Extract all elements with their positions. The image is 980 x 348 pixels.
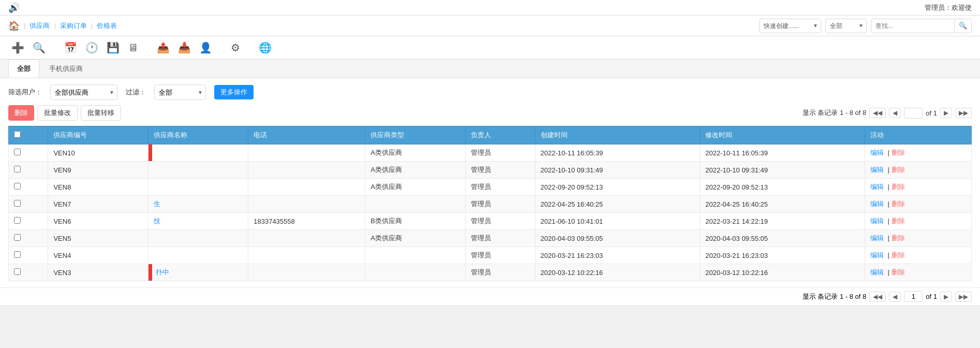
tab-all[interactable]: 全部 bbox=[8, 60, 39, 78]
type-filter-select[interactable]: 全部 bbox=[154, 84, 206, 100]
col-created: 创建时间 bbox=[535, 126, 700, 144]
search-toolbar-button[interactable]: 🔍 bbox=[29, 39, 49, 56]
user-filter-select[interactable]: 全部供应商 bbox=[50, 84, 117, 100]
delete-link-0[interactable]: 删除 bbox=[892, 149, 905, 156]
phone-cell bbox=[248, 230, 365, 247]
nav-bar: 🏠 | 供应商 | 采购订单 | 价格表 快速创建...... ▼ 全部 ▼ 🔍 bbox=[0, 16, 980, 36]
monitor-button[interactable]: 🖥 bbox=[125, 40, 141, 56]
row-checkbox-6[interactable] bbox=[14, 251, 21, 258]
edit-link-4[interactable]: 编辑 bbox=[870, 217, 884, 225]
user-button[interactable]: 👤 bbox=[196, 39, 215, 56]
delete-link-4[interactable]: 删除 bbox=[892, 217, 905, 225]
search-input[interactable] bbox=[871, 21, 954, 31]
vendor-type-cell: A类供应商 bbox=[365, 179, 465, 196]
phone-cell bbox=[248, 247, 365, 264]
last-page-button[interactable]: ▶▶ bbox=[955, 108, 972, 118]
row-checkbox-1[interactable] bbox=[14, 166, 21, 172]
actions-cell: 编辑 | 删除 bbox=[865, 247, 971, 264]
vendor-type-cell bbox=[365, 196, 465, 213]
batch-transfer-button[interactable]: 批量转移 bbox=[81, 105, 121, 121]
edit-link-6[interactable]: 编辑 bbox=[870, 251, 884, 259]
delete-link-6[interactable]: 删除 bbox=[892, 251, 905, 259]
select-all-checkbox[interactable] bbox=[14, 131, 21, 138]
edit-link-0[interactable]: 编辑 bbox=[870, 149, 884, 156]
nav-link-price[interactable]: 价格表 bbox=[97, 21, 117, 31]
vendor-name-cell: 生 bbox=[148, 196, 248, 213]
network-button[interactable]: 🌐 bbox=[256, 39, 275, 56]
calendar-button[interactable]: 📅 bbox=[61, 39, 80, 56]
row-checkbox-2[interactable] bbox=[14, 183, 21, 190]
page-number-input-bottom[interactable] bbox=[904, 291, 923, 302]
import-button[interactable]: 📥 bbox=[175, 39, 194, 56]
export-button[interactable]: 📤 bbox=[154, 39, 173, 56]
delete-link-7[interactable]: 删除 bbox=[892, 268, 905, 276]
vendor-id-cell: VEN9 bbox=[48, 162, 148, 179]
col-phone: 电话 bbox=[248, 126, 365, 144]
modified-cell: 2022-10-10 09:31:49 bbox=[700, 162, 865, 179]
vendor-name-cell bbox=[148, 162, 248, 179]
first-page-button-bottom[interactable]: ◀◀ bbox=[869, 292, 886, 302]
col-vendor-type: 供应商类型 bbox=[365, 126, 465, 144]
table-header-row: 供应商编号 供应商名称 电话 供应商类型 负责人 创建时间 修改时间 活动 bbox=[9, 126, 972, 144]
phone-cell bbox=[248, 162, 365, 179]
nav-link-supplier[interactable]: 供应商 bbox=[29, 21, 50, 31]
more-ops-button[interactable]: 更多操作 bbox=[214, 85, 254, 99]
type-filter-wrapper: 全部 ▼ bbox=[154, 84, 206, 100]
last-page-button-bottom[interactable]: ▶▶ bbox=[955, 292, 972, 302]
col-vendor-name: 供应商名称 bbox=[148, 126, 248, 144]
delete-link-1[interactable]: 删除 bbox=[892, 166, 905, 173]
modified-cell: 2022-09-20 09:52:13 bbox=[700, 179, 865, 196]
row-checkbox-3[interactable] bbox=[14, 200, 21, 207]
prev-page-button[interactable]: ◀ bbox=[889, 108, 901, 118]
edit-link-7[interactable]: 编辑 bbox=[870, 268, 884, 276]
edit-link-3[interactable]: 编辑 bbox=[870, 200, 884, 208]
row-checkbox-5[interactable] bbox=[14, 234, 21, 241]
phone-cell: 18337435558 bbox=[248, 213, 365, 230]
vendor-name-cell bbox=[148, 247, 248, 264]
add-button[interactable]: ➕ bbox=[8, 39, 27, 56]
clock-button[interactable]: 🕐 bbox=[82, 39, 101, 56]
prev-page-button-bottom[interactable]: ◀ bbox=[889, 292, 901, 302]
row-checkbox-4[interactable] bbox=[14, 217, 21, 224]
vendor-name-cell bbox=[148, 179, 248, 196]
edit-link-5[interactable]: 编辑 bbox=[870, 234, 884, 242]
delete-link-2[interactable]: 删除 bbox=[892, 183, 905, 191]
row-checkbox-0[interactable] bbox=[14, 149, 21, 155]
settings-button[interactable]: ⚙ bbox=[228, 39, 243, 56]
vendor-name-link[interactable]: 扑中 bbox=[156, 268, 169, 276]
owner-cell: 管理员 bbox=[465, 196, 535, 213]
owner-cell: 管理员 bbox=[465, 144, 535, 162]
vendor-name-link[interactable]: 技 bbox=[154, 217, 160, 225]
actions-cell: 编辑 | 删除 bbox=[865, 213, 971, 230]
delete-button[interactable]: 删除 bbox=[8, 105, 34, 121]
filter-all-select[interactable]: 全部 bbox=[825, 19, 867, 33]
next-page-button-bottom[interactable]: ▶ bbox=[940, 292, 952, 302]
home-icon[interactable]: 🏠 bbox=[8, 20, 20, 32]
vendor-name-link[interactable]: 生 bbox=[154, 200, 160, 208]
modified-cell: 2020-04-03 09:55:05 bbox=[700, 230, 865, 247]
vendor-type-cell: A类供应商 bbox=[365, 230, 465, 247]
actions-cell: 编辑 | 删除 bbox=[865, 196, 971, 213]
delete-link-3[interactable]: 删除 bbox=[892, 200, 905, 208]
red-bar-indicator bbox=[149, 264, 152, 281]
delete-link-5[interactable]: 删除 bbox=[892, 234, 905, 242]
search-button[interactable]: 🔍 bbox=[954, 19, 971, 33]
vendor-type-cell: A类供应商 bbox=[365, 144, 465, 162]
tab-mobile-supplier[interactable]: 手机供应商 bbox=[40, 60, 92, 78]
vendor-type-cell bbox=[365, 247, 465, 264]
next-page-button[interactable]: ▶ bbox=[940, 108, 952, 118]
first-page-button[interactable]: ◀◀ bbox=[869, 108, 886, 118]
owner-cell: 管理员 bbox=[465, 264, 535, 281]
actions-cell: 编辑 | 删除 bbox=[865, 230, 971, 247]
save-button[interactable]: 💾 bbox=[103, 39, 123, 56]
row-checkbox-7[interactable] bbox=[14, 268, 21, 275]
created-cell: 2022-10-11 16:05:39 bbox=[535, 144, 700, 162]
page-number-input[interactable]: 1 bbox=[904, 108, 923, 119]
col-vendor-id: 供应商编号 bbox=[48, 126, 148, 144]
quick-create-select[interactable]: 快速创建...... bbox=[759, 19, 821, 33]
edit-link-1[interactable]: 编辑 bbox=[870, 166, 884, 173]
vendor-id-cell: VEN7 bbox=[48, 196, 148, 213]
edit-link-2[interactable]: 编辑 bbox=[870, 183, 884, 191]
batch-modify-button[interactable]: 批量修改 bbox=[37, 105, 78, 121]
nav-link-purchase[interactable]: 采购订单 bbox=[60, 21, 87, 31]
